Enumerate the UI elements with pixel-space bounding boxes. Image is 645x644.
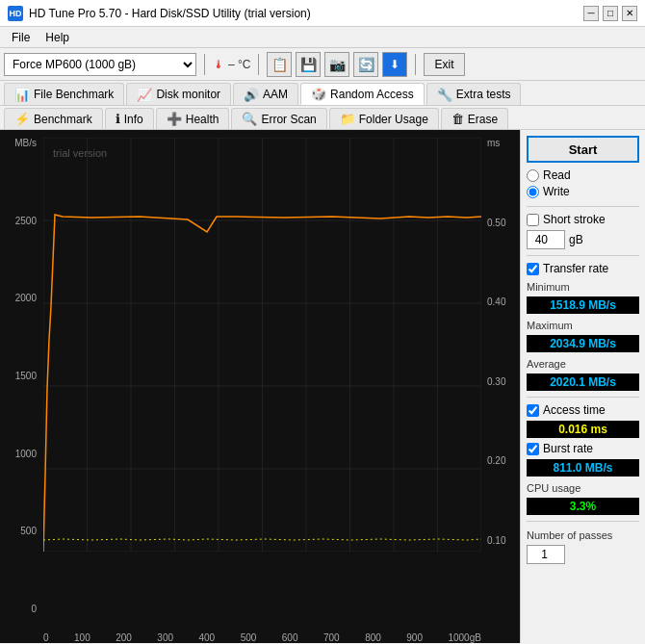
separator-1: [527, 206, 639, 207]
toolbar-btn-1[interactable]: 📋: [267, 52, 292, 77]
cpu-usage-value: 3.3%: [527, 498, 639, 515]
toolbar-btn-4[interactable]: 🔄: [353, 52, 378, 77]
x-800: 800: [365, 632, 381, 643]
short-stroke-label: Short stroke: [543, 213, 606, 226]
y-right-020: 0.20: [487, 455, 505, 466]
thermometer-icon: 🌡: [213, 58, 224, 71]
transfer-rate-checkbox[interactable]: [527, 263, 539, 275]
write-label: Write: [543, 185, 570, 198]
passes-input[interactable]: [527, 545, 565, 564]
tab-error-scan-label: Error Scan: [261, 113, 316, 126]
separator-4: [527, 521, 639, 522]
chart-watermark: trial version: [53, 147, 107, 159]
access-time-checkbox[interactable]: [527, 404, 539, 417]
start-button[interactable]: Start: [527, 136, 639, 163]
y-left-1500: 1500: [15, 371, 37, 381]
toolbar-btn-3[interactable]: 📷: [324, 52, 349, 77]
y-right-050: 0.50: [487, 218, 505, 228]
folder-usage-icon: 📁: [340, 112, 355, 126]
menu-file[interactable]: File: [4, 29, 38, 46]
average-label: Average: [527, 358, 639, 370]
transfer-rate-checkbox-row[interactable]: Transfer rate: [527, 262, 639, 275]
tab-disk-monitor[interactable]: 📈 Disk monitor: [126, 83, 231, 105]
number-of-passes-label: Number of passes: [527, 529, 639, 541]
tab-erase[interactable]: 🗑 Erase: [441, 108, 508, 129]
y-right-010: 0.10: [487, 535, 505, 546]
chart-container: MB/s 2500 2000 1500 1000 500 0 ms 0.50 0…: [0, 130, 520, 643]
short-stroke-checkbox[interactable]: [527, 214, 539, 226]
tab-extra-tests[interactable]: 🔧 Extra tests: [426, 83, 522, 105]
maximize-button[interactable]: □: [603, 6, 618, 21]
short-stroke-unit: gB: [569, 233, 583, 246]
nav-tabs-secondary: ⚡ Benchmark ℹ Info ➕ Health 🔍 Error Scan…: [0, 106, 645, 130]
x-400: 400: [199, 632, 216, 643]
x-700: 700: [323, 632, 340, 643]
exit-button[interactable]: Exit: [424, 53, 464, 76]
transfer-rate-label: Transfer rate: [543, 262, 608, 275]
burst-rate-label: Burst rate: [543, 442, 593, 455]
close-button[interactable]: ✕: [622, 6, 637, 21]
y-right-040: 0.40: [487, 296, 505, 307]
title-bar: HD HD Tune Pro 5.70 - Hard Disk/SSD Util…: [0, 0, 645, 27]
access-time-checkbox-row[interactable]: Access time: [527, 403, 639, 417]
nav-tabs-primary: 📊 File Benchmark 📈 Disk monitor 🔊 AAM 🎲 …: [0, 81, 645, 106]
erase-icon: 🗑: [452, 112, 464, 126]
burst-rate-value: 811.0 MB/s: [527, 459, 639, 477]
toolbar-separator: [204, 54, 205, 75]
tab-random-access-label: Random Access: [330, 88, 414, 101]
drive-selector[interactable]: Force MP600 (1000 gB): [4, 53, 196, 76]
error-scan-icon: 🔍: [242, 112, 257, 126]
toolbar-separator3: [415, 54, 416, 75]
chart-svg: [43, 138, 481, 552]
x-0: 0: [43, 632, 49, 643]
tab-info-label: Info: [124, 113, 143, 126]
tab-file-benchmark[interactable]: 📊 File Benchmark: [4, 83, 124, 105]
short-stroke-checkbox-row[interactable]: Short stroke: [527, 213, 639, 226]
write-option[interactable]: Write: [527, 185, 639, 198]
toolbar-btn-5[interactable]: ⬇: [382, 52, 407, 77]
read-option[interactable]: Read: [527, 168, 639, 182]
access-time-value: 0.016 ms: [527, 421, 639, 438]
tab-erase-label: Erase: [468, 113, 498, 126]
y-right-label-title: ms: [487, 138, 500, 148]
info-icon: ℹ: [116, 112, 120, 126]
temp-display: 🌡 – °C: [213, 58, 250, 71]
separator-2: [527, 255, 639, 256]
read-label: Read: [543, 168, 571, 182]
tab-random-access[interactable]: 🎲 Random Access: [300, 83, 425, 105]
minimize-button[interactable]: ─: [583, 6, 599, 21]
tab-aam[interactable]: 🔊 AAM: [233, 83, 298, 105]
title-bar-left: HD HD Tune Pro 5.70 - Hard Disk/SSD Util…: [8, 6, 311, 21]
y-left-label-title: MB/s: [14, 138, 37, 148]
tab-error-scan[interactable]: 🔍 Error Scan: [231, 108, 326, 129]
random-access-icon: 🎲: [311, 87, 326, 101]
extra-tests-icon: 🔧: [437, 88, 452, 102]
x-300: 300: [157, 632, 173, 643]
x-500: 500: [241, 632, 257, 643]
temp-value: – °C: [228, 58, 250, 71]
y-left-2000: 2000: [15, 293, 37, 303]
tab-health[interactable]: ➕ Health: [156, 108, 230, 129]
menu-bar: File Help: [0, 27, 645, 48]
title-bar-text: HD Tune Pro 5.70 - Hard Disk/SSD Utility…: [29, 7, 311, 20]
toolbar-btn-2[interactable]: 💾: [296, 52, 321, 77]
read-radio[interactable]: [527, 169, 539, 182]
minimum-label: Minimum: [527, 281, 639, 293]
burst-rate-checkbox-row[interactable]: Burst rate: [527, 442, 639, 455]
write-radio[interactable]: [527, 186, 539, 198]
separator-3: [527, 397, 639, 398]
tab-folder-usage[interactable]: 📁 Folder Usage: [329, 108, 439, 129]
tab-file-benchmark-label: File Benchmark: [34, 88, 114, 101]
read-write-group: Read Write: [527, 167, 639, 200]
x-200: 200: [116, 632, 132, 643]
minimum-value: 1518.9 MB/s: [527, 296, 639, 314]
short-stroke-input[interactable]: [527, 230, 565, 249]
burst-rate-checkbox[interactable]: [527, 443, 539, 455]
menu-help[interactable]: Help: [38, 29, 77, 46]
maximum-label: Maximum: [527, 320, 639, 331]
tab-benchmark[interactable]: ⚡ Benchmark: [4, 108, 103, 129]
tab-info[interactable]: ℹ Info: [105, 108, 154, 129]
y-axis-right: ms 0.50 0.40 0.30 0.20 0.10: [483, 138, 520, 614]
tab-benchmark-label: Benchmark: [34, 113, 92, 126]
average-value: 2020.1 MB/s: [527, 374, 639, 391]
